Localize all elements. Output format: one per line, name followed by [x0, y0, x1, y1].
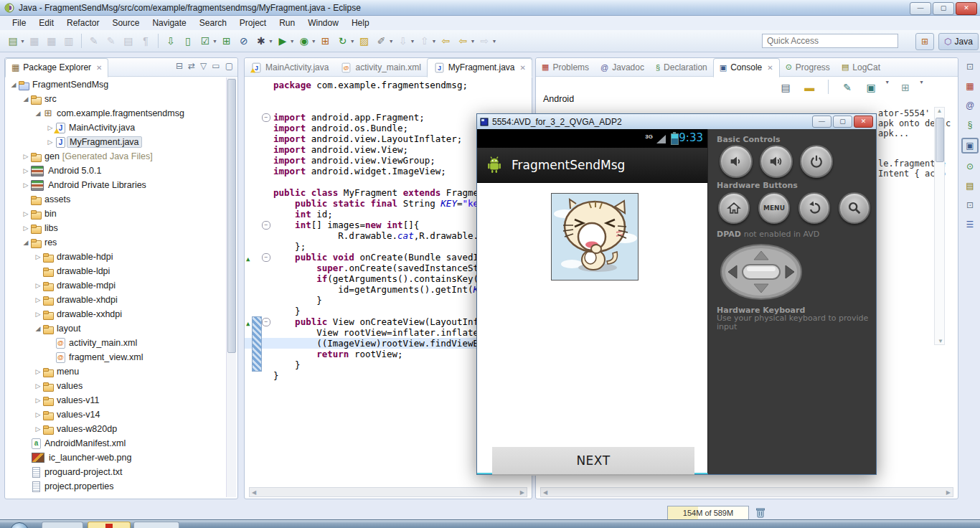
tree-expander-icon[interactable]: ▷	[34, 382, 42, 390]
tree-item-menu[interactable]: ▷menu	[6, 364, 226, 379]
menu-project[interactable]: Project	[233, 16, 273, 29]
collapse-all-icon[interactable]: ⊟	[176, 61, 183, 71]
lint-icon[interactable]: ⊘	[236, 33, 252, 49]
run-external-icon[interactable]: ◉	[296, 33, 312, 49]
close-tab-icon[interactable]: ✕	[520, 64, 526, 72]
editor-tab-activity-main-xml[interactable]: activity_main.xml	[334, 59, 426, 76]
refresh-dropdown-icon[interactable]: ▼	[350, 39, 355, 44]
home-button[interactable]	[718, 192, 750, 224]
show-whitespace-icon[interactable]: ¶	[138, 33, 154, 49]
tree-expander-icon[interactable]: ▷	[22, 153, 30, 160]
package-explorer-scrollbar[interactable]	[226, 77, 236, 497]
open-console-icon[interactable]: ⊞	[897, 80, 913, 95]
tree-expander-icon[interactable]: ▷	[46, 138, 55, 146]
fold-collapse-icon[interactable]: −	[262, 318, 270, 326]
tree-expander-icon[interactable]: ◢	[34, 325, 42, 332]
display-selected-dropdown-icon[interactable]: ▼	[885, 80, 890, 95]
tree-item-values-w820dp[interactable]: ▷values-w820dp	[6, 422, 226, 436]
tree-expander-icon[interactable]: ▷	[34, 425, 42, 433]
tree-expander-icon[interactable]: ◢	[22, 239, 30, 246]
console-tab-progress[interactable]: ⊙Progress	[780, 59, 836, 76]
tree-item-layout[interactable]: ◢layout	[6, 321, 226, 336]
next-button[interactable]: NEXT	[492, 447, 694, 476]
tree-item-bin[interactable]: ▷bin	[6, 207, 226, 221]
menu-window[interactable]: Window	[301, 16, 345, 29]
search-tool-icon[interactable]: ✐	[374, 33, 390, 49]
minimize-button[interactable]: —	[910, 2, 931, 15]
scroll-lock-icon[interactable]: ▬	[801, 80, 817, 95]
new-wizard-icon[interactable]: ▤	[5, 33, 21, 49]
console-tab-console[interactable]: ▣Console✕	[713, 58, 780, 77]
tree-item-activity-main-xml[interactable]: activity_main.xml	[6, 336, 226, 350]
tree-expander-icon[interactable]: ▷	[34, 397, 42, 404]
run-garbage-collector-button[interactable]	[755, 506, 766, 519]
tree-expander-icon[interactable]: ▷	[34, 296, 42, 303]
tree-item-myfragment-java[interactable]: ▷MyFragment.java	[6, 135, 226, 149]
console-tab-problems[interactable]: ▦Problems	[536, 59, 595, 76]
problems-view-icon[interactable]: ▦	[963, 80, 977, 93]
debug-icon[interactable]: ✱	[253, 33, 269, 49]
tree-expander-icon[interactable]: ▷	[34, 253, 42, 260]
editor-tab-myfragment-java[interactable]: MyFragment.java✕	[427, 58, 532, 77]
menu-navigate[interactable]: Navigate	[146, 16, 192, 29]
tree-item-project-properties[interactable]: project.properties	[6, 479, 226, 494]
volume-up-button[interactable]	[760, 145, 793, 178]
logcat-view-icon[interactable]: ▤	[963, 179, 977, 192]
console-hscrollbar[interactable]: ◀▶	[540, 487, 953, 497]
close-tab-icon[interactable]: ✕	[96, 64, 102, 72]
tree-item-ic-launcher-web-png[interactable]: ic_launcher-web.png	[6, 451, 226, 465]
maximize-button[interactable]: ▢	[933, 2, 954, 15]
console-vscrollbar[interactable]: ▲▼	[934, 107, 945, 345]
volume-down-button[interactable]	[720, 145, 753, 178]
start-button[interactable]	[10, 522, 29, 528]
tree-item-values[interactable]: ▷values	[6, 379, 226, 393]
tree-item-assets[interactable]: assets	[6, 192, 226, 207]
dpad-control[interactable]	[718, 242, 804, 303]
emulator-title-bar[interactable]: 5554:AVD_for_3_2_QVGA_ADP2 — ▢ ✕	[477, 114, 876, 130]
annotation-prev-dropdown-icon[interactable]: ▼	[432, 39, 437, 44]
console-view-icon[interactable]: ▣	[961, 138, 979, 154]
tree-item-res[interactable]: ◢res	[6, 235, 226, 250]
menu-search[interactable]: Search	[193, 16, 233, 29]
console-tab-logcat[interactable]: ▤LogCat	[836, 59, 886, 76]
forward-history-dropdown-icon[interactable]: ▼	[491, 39, 496, 44]
tree-expander-icon[interactable]: ▷	[34, 411, 42, 418]
android-sdk-manager-icon[interactable]: ⇩	[163, 33, 179, 49]
tree-expander-icon[interactable]: ▷	[34, 282, 42, 289]
clear-console-icon[interactable]: ▤	[778, 80, 793, 95]
tree-item-drawable-mdpi[interactable]: ▷drawable-mdpi	[6, 278, 226, 293]
last-edit-icon[interactable]: ⇦	[438, 33, 453, 49]
declaration-view-icon[interactable]: §	[963, 118, 977, 131]
close-tab-icon[interactable]: ✕	[767, 64, 773, 72]
taskbar-app-2[interactable]	[88, 522, 131, 528]
restore-view-icon[interactable]: ⊡	[963, 60, 977, 73]
tree-item-libs[interactable]: ▷libs	[6, 221, 226, 235]
forward-history-icon[interactable]: ⇨	[476, 33, 492, 49]
search-button[interactable]	[839, 192, 870, 224]
annotation-prev-icon[interactable]: ⇧	[417, 33, 433, 49]
format-icon[interactable]: ✎	[103, 33, 119, 49]
view-menu-icon[interactable]: ▽	[200, 61, 207, 71]
menu-button[interactable]: MENU	[758, 192, 790, 224]
back-history-dropdown-icon[interactable]: ▼	[470, 39, 475, 44]
tree-item-values-v14[interactable]: ▷values-v14	[6, 407, 226, 422]
avd-manager-icon[interactable]: ▯	[180, 33, 196, 49]
tree-item-drawable-ldpi[interactable]: drawable-ldpi	[6, 264, 226, 278]
run-checked-icon[interactable]: ☑	[197, 33, 213, 49]
pin-console-icon[interactable]: ✎	[839, 80, 855, 95]
tree-expander-icon[interactable]: ▷	[22, 167, 30, 174]
show-table-icon[interactable]: ▤	[121, 33, 136, 49]
tree-item-drawable-xhdpi[interactable]: ▷drawable-xhdpi	[6, 293, 226, 307]
tree-item-gen[interactable]: ▷gen[Generated Java Files]	[6, 149, 226, 164]
save-icon[interactable]: ▦	[27, 33, 42, 49]
tree-item-com-example-fragmentsendmsg[interactable]: ◢⊞com.example.fragmentsendmsg	[6, 106, 226, 121]
tree-item-src[interactable]: ◢src	[6, 92, 226, 106]
save-all-icon[interactable]: ▦	[44, 33, 60, 49]
power-button[interactable]	[800, 145, 833, 178]
tree-expander-icon[interactable]: ▷	[34, 368, 42, 375]
new-wizard-dropdown-icon[interactable]: ▼	[20, 39, 25, 44]
run-dropdown-icon[interactable]: ▼	[290, 39, 295, 44]
menu-edit[interactable]: Edit	[32, 16, 60, 29]
tree-expander-icon[interactable]: ◢	[22, 95, 30, 103]
debug-dropdown-icon[interactable]: ▼	[268, 39, 273, 44]
